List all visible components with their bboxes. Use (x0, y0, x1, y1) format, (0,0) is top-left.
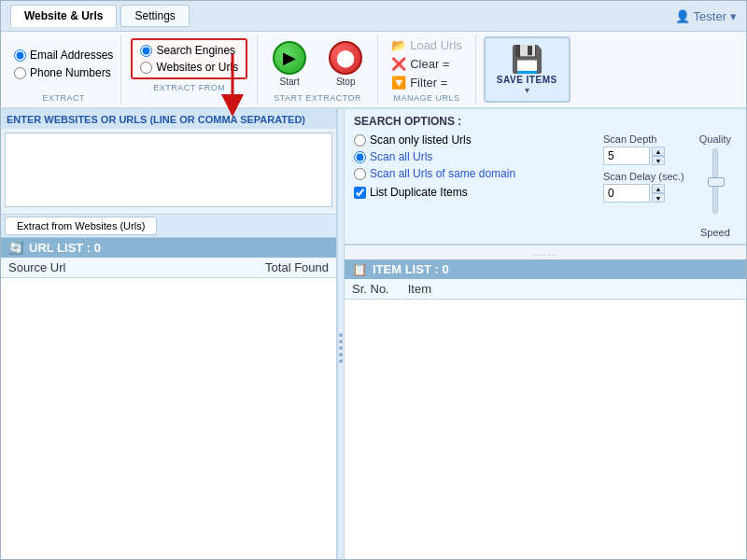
tabs-bar: Extract from Websites (Urls) (1, 215, 336, 238)
email-radio[interactable]: Email Addresses (14, 49, 113, 62)
scan-delay-down[interactable]: ▼ (652, 193, 665, 203)
left-panel: ENTER WEBSITES OR URLS (LINE OR COMMA SE… (1, 109, 337, 559)
url-textarea[interactable] (5, 133, 332, 207)
item-list-body (345, 300, 746, 559)
extract-label: EXTRACT (14, 93, 113, 103)
extract-websites-tab[interactable]: Extract from Websites (Urls) (5, 217, 157, 235)
scan-only-listed-radio[interactable]: Scan only listed Urls (354, 133, 594, 147)
qs-track[interactable] (712, 148, 718, 214)
scan-depth-up[interactable]: ▲ (652, 147, 665, 156)
user-dropdown-icon: ▾ (730, 9, 737, 23)
save-dropdown-icon: ▾ (525, 85, 529, 95)
search-engines-radio[interactable]: Search Engines (140, 44, 238, 57)
scan-delay-spinner[interactable]: ▲ ▼ (652, 184, 665, 203)
stop-icon: ⬤ (329, 41, 362, 75)
url-list-header: 🔄 URL LIST : 0 (1, 238, 336, 258)
url-input-area (1, 129, 336, 215)
extract-from-box: Search Engines Websites or Urls (131, 38, 247, 79)
scan-same-domain-radio[interactable]: Scan all Urls of same domain (354, 167, 594, 180)
qs-slider-container[interactable] (712, 148, 718, 223)
scan-depth-spinner[interactable]: ▲ ▼ (652, 147, 665, 165)
scan-all-urls-radio[interactable]: Scan all Urls (354, 150, 594, 163)
tab-bar[interactable]: Website & Urls Settings (10, 5, 190, 27)
options-body: Scan only listed Urls Scan all Urls Scan… (354, 133, 737, 238)
url-list-icon: 🔄 (8, 241, 23, 255)
start-button[interactable]: ▶ Start (265, 37, 314, 91)
vertical-divider (337, 109, 345, 559)
divider: ..... (345, 245, 746, 259)
item-list-icon: 📋 (352, 262, 367, 276)
url-list-body (1, 278, 336, 559)
extract-from-section: Search Engines Websites or Urls EXTRACT … (121, 35, 258, 105)
start-extractor-section: ▶ Start ⬤ Stop START EXTRACTOR (258, 35, 378, 105)
url-list-section: 🔄 URL LIST : 0 Source Url Total Found (1, 238, 336, 559)
quality-speed-slider[interactable]: Quality Speed (694, 133, 737, 238)
scan-depth-down[interactable]: ▼ (652, 156, 665, 165)
manage-urls-section: 📂 Load Urls ❌ Clear = 🔽 Filter = MANAGE … (378, 35, 476, 105)
search-options-title: SEARCH OPTIONS : (354, 115, 737, 128)
save-items-section: 💾 SAVE ITEMS ▾ (476, 35, 578, 105)
filter-button[interactable]: 🔽 Filter = (386, 74, 468, 91)
extract-section: Email Addresses Phone Numbers EXTRACT (7, 35, 121, 105)
right-panel: SEARCH OPTIONS : Scan only listed Urls S… (345, 109, 746, 559)
list-duplicate-checkbox[interactable]: List Duplicate Items (354, 186, 594, 199)
scan-delay-up[interactable]: ▲ (652, 184, 665, 193)
stop-button[interactable]: ⬤ Stop (321, 37, 370, 91)
scan-depth-field: Scan Depth 5 ▲ ▼ (603, 133, 684, 165)
url-input-label: ENTER WEBSITES OR URLS (LINE OR COMMA SE… (1, 109, 336, 129)
item-table-header: Sr. No. Item (345, 279, 746, 300)
scan-delay-field: Scan Delay (sec.) 0 ▲ ▼ (603, 171, 684, 203)
start-extractor-label: START EXTRACTOR (265, 93, 370, 103)
item-list-section: 📋 ITEM LIST : 0 Sr. No. Item (345, 259, 746, 559)
user-icon: 👤 (675, 9, 690, 23)
scan-delay-input[interactable]: 0 (603, 184, 650, 203)
phone-radio[interactable]: Phone Numbers (14, 66, 113, 79)
load-urls-button[interactable]: 📂 Load Urls (386, 36, 468, 54)
manage-urls-label: MANAGE URLS (386, 93, 468, 103)
username: Tester (694, 9, 726, 23)
tab-settings[interactable]: Settings (120, 5, 189, 27)
clear-icon: ❌ (391, 57, 406, 71)
options-right: Scan Depth 5 ▲ ▼ Scan Delay (sec.) (603, 133, 684, 238)
user-menu[interactable]: 👤 Tester ▾ (675, 9, 737, 23)
search-options: SEARCH OPTIONS : Scan only listed Urls S… (345, 109, 746, 245)
load-icon: 📂 (391, 38, 406, 52)
start-icon: ▶ (273, 41, 306, 75)
item-list-header: 📋 ITEM LIST : 0 (345, 259, 746, 279)
options-left: Scan only listed Urls Scan all Urls Scan… (354, 133, 594, 238)
save-items-button[interactable]: 💾 SAVE ITEMS ▾ (484, 36, 571, 103)
clear-button[interactable]: ❌ Clear = (386, 55, 468, 73)
url-table-header: Source Url Total Found (1, 258, 336, 278)
websites-radio[interactable]: Websites or Urls (140, 61, 238, 74)
title-bar: Website & Urls Settings 👤 Tester ▾ (1, 1, 746, 32)
scan-depth-input[interactable]: 5 (603, 147, 650, 165)
tab-website-urls[interactable]: Website & Urls (10, 5, 117, 27)
qs-thumb[interactable] (708, 177, 725, 187)
save-icon: 💾 (511, 44, 543, 75)
extract-from-label: EXTRACT FROM (129, 83, 249, 92)
filter-icon: 🔽 (391, 76, 406, 90)
